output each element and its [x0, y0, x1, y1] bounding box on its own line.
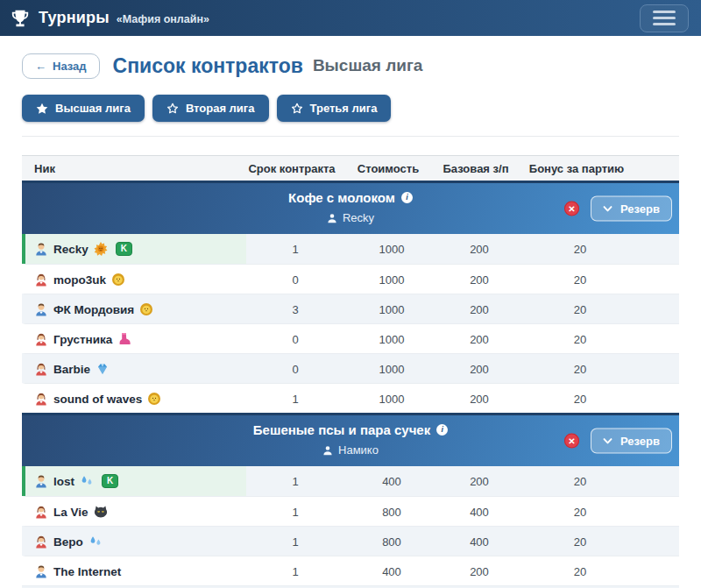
bonus-cell: 20 [520, 303, 641, 316]
person-bust-icon [322, 445, 333, 456]
bonus-cell: 20 [520, 363, 641, 376]
info-circle-icon[interactable]: i [436, 424, 448, 436]
bonus-cell: 20 [520, 273, 641, 287]
chevron-down-icon [603, 205, 612, 212]
term-cell: 0 [246, 363, 344, 376]
player-nick: Грустника [53, 333, 112, 346]
term-cell: 0 [246, 333, 344, 346]
column-header-cost: Стоимость [341, 162, 435, 175]
table-row: La Vie 1 800 400 20 [22, 496, 679, 526]
hamburger-menu-icon[interactable] [640, 4, 689, 32]
page-subtitle: Высшая лига [313, 56, 423, 75]
captain-badge: K [102, 474, 118, 488]
person-female-icon [34, 273, 48, 287]
star-filled-icon [36, 103, 48, 115]
table-row: Recky K 1 1000 200 20 [22, 234, 679, 264]
reserve-dropdown-button[interactable]: Резерв [591, 196, 672, 222]
captain-badge: K [116, 242, 132, 256]
left-arrow-icon: ← [35, 60, 46, 73]
app-title: Турниры [39, 9, 110, 27]
back-button[interactable]: ← Назад [22, 53, 100, 79]
cost-cell: 800 [344, 535, 439, 549]
cost-cell: 1000 [344, 333, 439, 346]
table-row: The Internet 1 400 200 20 [22, 556, 679, 585]
person-male-icon [34, 564, 48, 578]
base-salary-cell: 200 [439, 565, 520, 578]
table-header-row: Ник Срок контракта Стоимость Базовая з/п… [22, 155, 679, 181]
bonus-cell: 20 [520, 393, 641, 406]
team-captain-name: Recky [343, 209, 374, 227]
person-male-icon [34, 474, 48, 488]
team-header-mad-dogs: Бешеные псы и пара сучек i Намико ✕ Резе… [22, 413, 679, 466]
column-header-bonus: Бонус за партию [516, 162, 637, 175]
base-salary-cell: 200 [439, 363, 520, 376]
player-nick-cell: lost K [25, 466, 246, 496]
table-row: sound of waves 1 1000 200 20 [22, 383, 679, 413]
player-nick: Веро [53, 535, 83, 549]
base-salary-cell: 200 [439, 333, 520, 346]
player-nick-cell: Веро [25, 527, 246, 556]
cat-emoji [94, 505, 108, 519]
page-title: Список контрактов [113, 54, 303, 78]
team-captain-name: Намико [338, 442, 379, 459]
player-nick-cell: mopo3uk [25, 265, 246, 294]
player-nick-cell: Barbie [25, 354, 246, 384]
cost-cell: 800 [344, 506, 439, 519]
lion-emoji [111, 273, 125, 287]
player-nick-cell: The Internet [25, 556, 246, 586]
base-salary-cell: 200 [439, 273, 520, 287]
player-nick-cell: Recky K [25, 234, 246, 264]
contracts-table: Ник Срок контракта Стоимость Базовая з/п… [22, 155, 679, 588]
reserve-label: Резерв [620, 435, 660, 448]
star-outline-icon [291, 103, 303, 115]
tab-premier-league[interactable]: Высшая лига [22, 95, 145, 122]
table-row: ФК Мордовия 3 1000 200 20 [22, 294, 679, 323]
table-row: Веро 1 800 400 20 [22, 526, 679, 556]
person-female-icon [34, 392, 48, 406]
base-salary-cell: 200 [439, 393, 520, 406]
team-name: Кофе с молоком [288, 189, 395, 206]
base-salary-cell: 200 [439, 243, 520, 256]
league-label: Вторая лига [186, 102, 255, 115]
base-salary-cell: 400 [439, 535, 520, 549]
star-outline-icon [166, 103, 179, 115]
x-circle-red-icon[interactable]: ✕ [564, 202, 579, 216]
term-cell: 1 [246, 393, 344, 406]
column-header-base-salary: Базовая з/п [435, 162, 516, 175]
base-salary-cell: 400 [439, 506, 520, 519]
tab-second-league[interactable]: Вторая лига [152, 95, 269, 122]
trophy-icon [11, 9, 30, 28]
toolbar: ← Назад Список контрактов Высшая лига [22, 52, 679, 80]
reserve-dropdown-button[interactable]: Резерв [591, 429, 672, 454]
bonus-cell: 20 [520, 475, 641, 488]
player-nick: ФК Мордовия [53, 303, 134, 316]
bonus-cell: 20 [520, 565, 641, 578]
section-divider [22, 136, 679, 137]
splash-emoji [89, 535, 103, 549]
info-circle-icon[interactable]: i [401, 192, 413, 203]
person-female-icon [34, 535, 48, 549]
gem-emoji [96, 362, 110, 376]
player-nick: La Vie [53, 506, 89, 519]
topbar: Турниры «Мафия онлайн» [0, 0, 701, 36]
term-cell: 1 [246, 535, 344, 549]
bonus-cell: 20 [520, 333, 641, 346]
tab-third-league[interactable]: Третья лига [277, 95, 392, 122]
back-button-label: Назад [53, 60, 87, 73]
x-circle-red-icon[interactable]: ✕ [564, 434, 579, 449]
bonus-cell: 20 [520, 243, 641, 256]
table-row: mopo3uk 0 1000 200 20 [22, 264, 679, 294]
person-female-icon [34, 505, 48, 519]
base-salary-cell: 200 [439, 303, 520, 316]
term-cell: 1 [246, 565, 344, 578]
player-nick: The Internet [53, 565, 121, 578]
league-label: Высшая лига [55, 102, 131, 115]
table-row: lost K 1 400 200 20 [22, 466, 679, 496]
team-header-coffee-with-milk: Кофе с молоком i Recky ✕ Резерв [22, 181, 679, 234]
chevron-down-icon [603, 437, 612, 444]
sun-face-emoji [94, 242, 108, 256]
lion-emoji [147, 392, 161, 406]
app-subtitle: «Мафия онлайн» [117, 13, 209, 25]
bonus-cell: 20 [520, 506, 641, 519]
boot-emoji [117, 332, 131, 346]
